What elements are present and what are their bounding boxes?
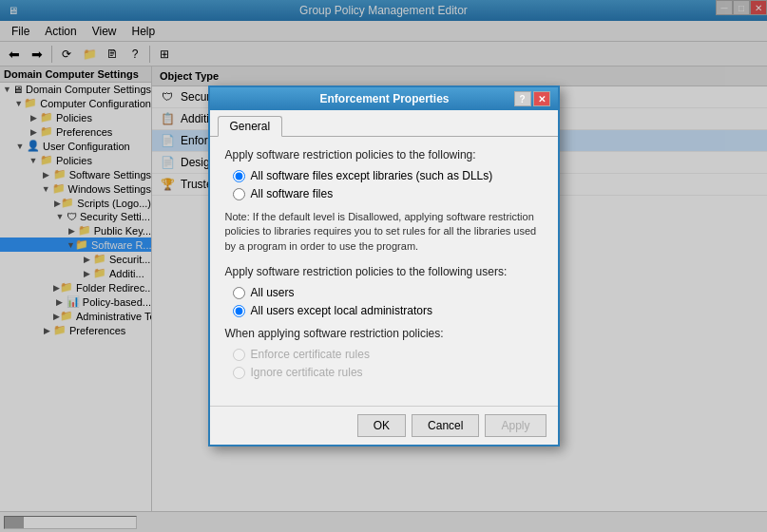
modal-overlay: Enforcement Properties ? ✕ General Apply… [0,0,767,532]
radio-group-1: All software files except libraries (suc… [225,169,543,200]
radio-ignore-cert-input [233,367,245,379]
radio-all-users[interactable]: All users [233,286,543,299]
radio-all-users-except-admin-label: All users except local administrators [251,304,432,317]
radio-all-software-files-input[interactable] [233,188,245,200]
radio-enforce-cert-input [233,349,245,361]
section2-label: Apply software restriction policies to t… [225,265,543,278]
modal-title-buttons: ? ✕ [514,91,550,106]
modal-title-bar: Enforcement Properties ? ✕ [210,87,558,110]
radio-group-2: All users All users except local adminis… [225,286,543,317]
radio-all-except-libraries-label: All software files except libraries (suc… [251,169,493,182]
radio-all-except-libraries-input[interactable] [233,170,245,182]
radio-enforce-cert[interactable]: Enforce certificate rules [233,348,543,361]
section3-label: When applying software restriction polic… [225,327,543,340]
radio-all-users-label: All users [251,286,295,299]
radio-all-software-files[interactable]: All software files [233,187,543,200]
radio-enforce-cert-label: Enforce certificate rules [251,348,370,361]
note-text: Note: If the default level is Disallowed… [225,210,543,254]
modal-footer: OK Cancel Apply [210,406,558,445]
radio-group-3: Enforce certificate rules Ignore certifi… [225,348,543,379]
radio-ignore-cert[interactable]: Ignore certificate rules [233,366,543,379]
radio-all-users-except-admin-input[interactable] [233,305,245,317]
ok-button[interactable]: OK [357,414,406,437]
apply-button[interactable]: Apply [485,414,546,437]
radio-all-users-except-admin[interactable]: All users except local administrators [233,304,543,317]
modal-close-btn[interactable]: ✕ [533,91,550,106]
radio-all-except-libraries[interactable]: All software files except libraries (suc… [233,169,543,182]
modal-content: Apply software restriction policies to t… [210,137,558,406]
section1-label: Apply software restriction policies to t… [225,148,543,162]
modal-title: Enforcement Properties [256,92,514,105]
radio-ignore-cert-label: Ignore certificate rules [251,366,363,379]
tab-bar: General [210,110,558,137]
radio-all-software-files-label: All software files [251,187,334,200]
enforcement-properties-dialog: Enforcement Properties ? ✕ General Apply… [208,86,560,446]
cancel-button[interactable]: Cancel [412,414,479,437]
tab-general[interactable]: General [218,116,283,137]
modal-help-btn[interactable]: ? [514,91,531,106]
radio-all-users-input[interactable] [233,287,245,299]
